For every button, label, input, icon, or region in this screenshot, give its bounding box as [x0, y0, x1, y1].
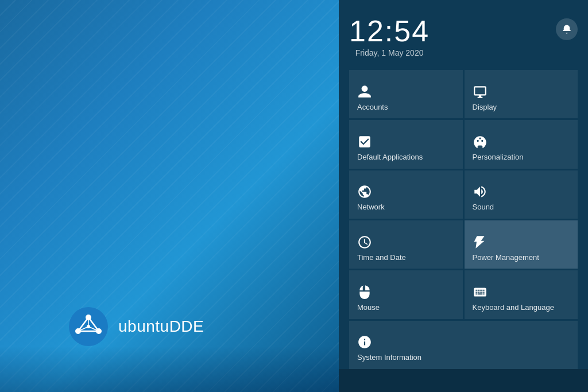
checklist-icon — [357, 134, 372, 149]
mouse-icon — [357, 285, 372, 300]
left-panel: ubuntuDDE — [0, 0, 339, 392]
settings-item-personalization[interactable]: Personalization — [465, 120, 578, 168]
accounts-label: Accounts — [357, 103, 388, 112]
settings-item-mouse[interactable]: Mouse — [349, 270, 463, 319]
display-icon — [473, 84, 488, 99]
settings-item-network[interactable]: Network — [349, 170, 463, 219]
clock-time: 12:54 — [349, 16, 430, 46]
network-label: Network — [357, 203, 385, 212]
power-management-label: Power Management — [473, 253, 539, 262]
settings-item-keyboard-language[interactable]: Keyboard and Language — [465, 270, 578, 319]
settings-item-accounts[interactable]: Accounts — [349, 70, 463, 118]
system-information-label: System Information — [357, 353, 421, 362]
clock-icon — [357, 235, 372, 250]
brand: ubuntuDDE — [69, 307, 204, 346]
settings-item-power-management[interactable]: Power Management — [465, 220, 578, 269]
display-label: Display — [473, 103, 497, 112]
bottom-bar — [339, 369, 588, 392]
personalization-label: Personalization — [473, 153, 524, 162]
default-applications-label: Default Applications — [357, 153, 423, 162]
clock-area: 12:54 Friday, 1 May 2020 — [349, 16, 430, 57]
info-icon — [357, 335, 372, 350]
sound-icon — [473, 184, 488, 199]
settings-item-default-applications[interactable]: Default Applications — [349, 120, 463, 168]
settings-grid: Accounts Display Default Applications Pe… — [349, 70, 578, 369]
header: 12:54 Friday, 1 May 2020 — [349, 16, 578, 57]
mouse-label: Mouse — [357, 303, 380, 312]
brand-logo-icon — [69, 307, 108, 346]
keyboard-language-label: Keyboard and Language — [473, 303, 554, 312]
settings-item-time-date[interactable]: Time and Date — [349, 220, 463, 269]
personalization-icon — [473, 134, 488, 149]
keyboard-icon — [473, 285, 488, 300]
settings-item-sound[interactable]: Sound — [465, 170, 578, 219]
right-panel: 12:54 Friday, 1 May 2020 Accounts Displa… — [339, 0, 588, 392]
notification-bell-button[interactable] — [556, 18, 578, 40]
power-icon — [473, 235, 488, 250]
bell-icon — [562, 24, 572, 34]
clock-date: Friday, 1 May 2020 — [355, 48, 424, 57]
settings-item-display[interactable]: Display — [465, 70, 578, 118]
sound-label: Sound — [473, 203, 494, 212]
person-icon — [357, 84, 372, 99]
brand-name: ubuntuDDE — [118, 317, 204, 336]
settings-item-system-information[interactable]: System Information — [349, 321, 578, 369]
time-date-label: Time and Date — [357, 253, 406, 262]
network-icon — [357, 184, 372, 199]
